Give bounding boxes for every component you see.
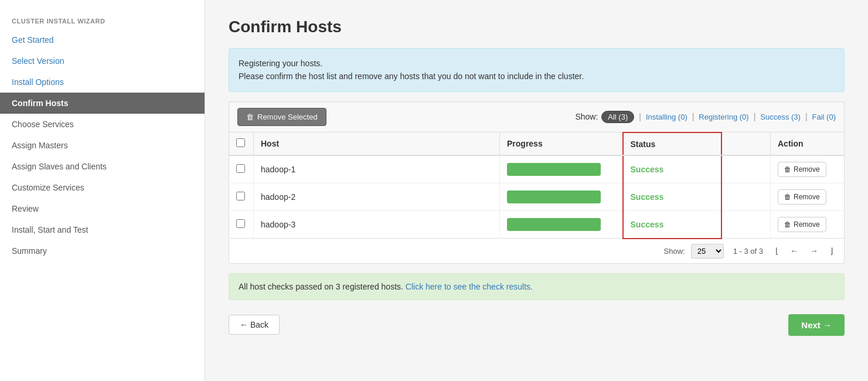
remove-label: Remove <box>794 220 820 229</box>
table-row: hadoop-3 Success 🗑 Remove <box>229 211 845 239</box>
back-button[interactable]: ← Back <box>229 315 280 335</box>
row-checkbox-cell <box>229 155 254 183</box>
hosts-table-wrapper: Host Progress Status Action hadoop-1 <box>229 132 845 239</box>
first-page-button[interactable]: ⌊ <box>772 245 781 257</box>
show-label: Show: <box>575 112 598 121</box>
page-title: Confirm Hosts <box>229 18 845 36</box>
host-cell: hadoop-3 <box>254 211 500 239</box>
host-column-header: Host <box>254 132 500 156</box>
table-row: hadoop-1 Success 🗑 Remove <box>229 155 845 183</box>
pagination-show-label: Show: <box>664 247 685 256</box>
progress-cell <box>500 211 623 239</box>
last-page-button[interactable]: ⌋ <box>827 245 836 257</box>
host-cell: hadoop-2 <box>254 183 500 211</box>
sidebar-item-choose-services: Choose Services <box>0 114 205 135</box>
sidebar-item-review: Review <box>0 198 205 219</box>
action-cell: 🗑 Remove <box>771 155 845 183</box>
status-cell: Success <box>623 155 721 183</box>
table-row: hadoop-2 Success 🗑 Remove <box>229 183 845 211</box>
info-box: Registering your hosts. Please confirm t… <box>229 48 845 92</box>
sidebar-item-customize-services: Customize Services <box>0 177 205 198</box>
row-checkbox-1[interactable] <box>236 192 245 200</box>
remove-trash-icon: 🗑 <box>784 193 791 201</box>
sidebar-item-install-start-test: Install, Start and Test <box>0 219 205 240</box>
filter-all-button[interactable]: All (3) <box>601 111 634 123</box>
status-cell: Success <box>623 183 721 211</box>
filter-fail-link[interactable]: Fail (0) <box>812 113 836 121</box>
status-badge: Success <box>631 165 664 174</box>
action-column-header: Action <box>771 132 845 156</box>
row-checkbox-0[interactable] <box>236 164 245 173</box>
empty-cell <box>721 155 771 183</box>
sidebar-item-summary: Summary <box>0 240 205 261</box>
select-all-checkbox[interactable] <box>236 138 245 147</box>
bottom-nav: ← Back Next → <box>229 314 845 336</box>
row-checkbox-cell <box>229 211 254 239</box>
remove-row-button[interactable]: 🗑 Remove <box>778 217 826 232</box>
main-content: Confirm Hosts Registering your hosts. Pl… <box>205 0 868 381</box>
progress-column-header: Progress <box>500 132 623 156</box>
progress-bar-fill <box>507 163 601 176</box>
page-size-select[interactable]: 25 50 100 <box>691 244 724 258</box>
progress-bar-wrap <box>507 163 601 176</box>
remove-trash-icon: 🗑 <box>784 220 791 229</box>
status-badge: Success <box>631 220 664 229</box>
filter-success-link[interactable]: Success (3) <box>760 113 801 121</box>
remove-selected-label: Remove Selected <box>257 113 318 121</box>
prev-page-button[interactable]: ← <box>787 245 801 257</box>
action-cell: 🗑 Remove <box>771 183 845 211</box>
status-column-header: Status <box>623 132 721 156</box>
sidebar-item-assign-masters: Assign Masters <box>0 135 205 156</box>
remove-trash-icon: 🗑 <box>784 165 791 174</box>
row-checkbox-2[interactable] <box>236 219 245 228</box>
filter-installing-link[interactable]: Installing (0) <box>646 113 687 121</box>
status-badge: Success <box>631 192 664 202</box>
progress-bar-wrap <box>507 218 601 231</box>
show-filter: Show: All (3) | Installing (0) | Registe… <box>575 111 836 123</box>
success-text: All host checks passed on 3 registered h… <box>239 282 403 291</box>
next-button[interactable]: Next → <box>788 314 845 336</box>
sidebar-section-title: CLUSTER INSTALL WIZARD <box>0 12 205 29</box>
sidebar-item-install-options[interactable]: Install Options <box>0 72 205 93</box>
hosts-table: Host Progress Status Action hadoop-1 <box>229 132 845 239</box>
progress-bar-fill <box>507 190 601 203</box>
pagination-row: Show: 25 50 100 1 - 3 of 3 ⌊ ← → ⌋ <box>229 239 845 264</box>
success-box: All host checks passed on 3 registered h… <box>229 273 845 300</box>
action-cell: 🗑 Remove <box>771 211 845 239</box>
empty-cell <box>721 211 771 239</box>
sidebar: CLUSTER INSTALL WIZARD Get Started Selec… <box>0 0 205 381</box>
sidebar-item-assign-slaves: Assign Slaves and Clients <box>0 156 205 177</box>
remove-label: Remove <box>794 193 820 201</box>
info-line2: Please confirm the host list and remove … <box>239 70 835 83</box>
next-page-button[interactable]: → <box>807 245 821 257</box>
row-checkbox-cell <box>229 183 254 211</box>
remove-row-button[interactable]: 🗑 Remove <box>778 162 826 177</box>
sidebar-item-confirm-hosts[interactable]: Confirm Hosts <box>0 93 205 114</box>
filter-registering-link[interactable]: Registering (0) <box>699 113 748 121</box>
progress-cell <box>500 183 623 211</box>
status-cell: Success <box>623 211 721 239</box>
progress-cell <box>500 155 623 183</box>
host-cell: hadoop-1 <box>254 155 500 183</box>
info-line1: Registering your hosts. <box>239 57 835 70</box>
remove-row-button[interactable]: 🗑 Remove <box>778 189 826 205</box>
sidebar-item-get-started[interactable]: Get Started <box>0 29 205 50</box>
empty-cell <box>721 183 771 211</box>
check-results-link[interactable]: Click here to see the check results. <box>406 282 533 291</box>
remove-label: Remove <box>794 165 820 174</box>
remove-selected-button[interactable]: 🗑 Remove Selected <box>237 108 326 126</box>
trash-icon: 🗑 <box>246 113 254 121</box>
sidebar-item-select-version[interactable]: Select Version <box>0 50 205 72</box>
page-info: 1 - 3 of 3 <box>733 247 763 256</box>
toolbar: 🗑 Remove Selected Show: All (3) | Instal… <box>229 101 845 132</box>
progress-bar-fill <box>507 218 601 231</box>
progress-bar-wrap <box>507 190 601 203</box>
empty-column-header <box>721 132 771 156</box>
